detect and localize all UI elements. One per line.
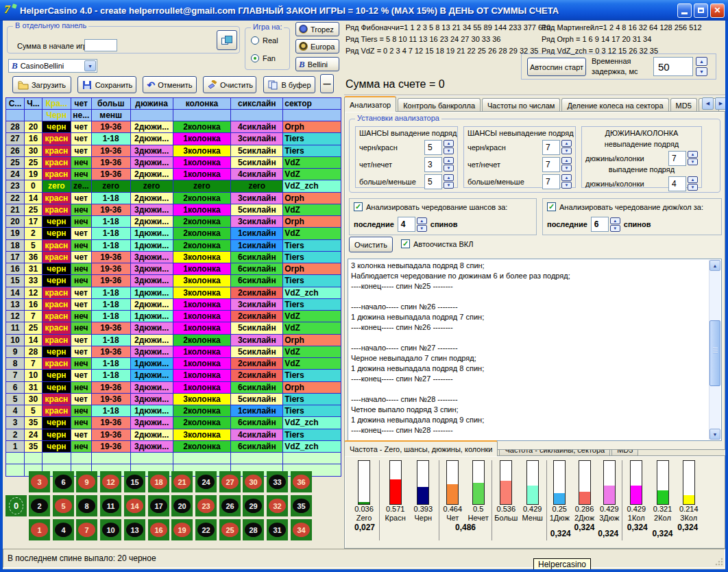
tab-analyzer-4[interactable]: MD5: [670, 98, 697, 112]
roulette-number-cell[interactable]: 23: [195, 495, 217, 516]
spinner-value[interactable]: 7: [542, 157, 560, 172]
roulette-number-cell[interactable]: 27: [219, 471, 241, 492]
roulette-number-cell[interactable]: 36: [291, 471, 312, 492]
maximize-button[interactable]: [694, 3, 708, 18]
tab-analyzer-0[interactable]: Анализатор: [344, 96, 396, 112]
roulette-number-cell[interactable]: 14: [124, 495, 145, 516]
roulette-number-cell[interactable]: 20: [171, 495, 193, 516]
close-button[interactable]: ✕: [710, 3, 725, 18]
casino-select[interactable]: B CasinoBellini ▼: [8, 59, 97, 73]
scroll-up-icon[interactable]: ▲: [709, 260, 720, 271]
detach-panel-button[interactable]: [217, 30, 237, 50]
save-button[interactable]: Сохранить: [77, 76, 136, 93]
roulette-number-cell[interactable]: 10: [100, 519, 121, 540]
spin-up-icon[interactable]: ▲: [561, 140, 572, 147]
title-bar[interactable]: 7 HelperCasino 4.0 - create helperroulle…: [0, 0, 728, 21]
spin-down-icon[interactable]: ▼: [561, 182, 572, 189]
roulette-number-cell[interactable]: 3: [29, 471, 50, 492]
tab-scroll-left-icon[interactable]: ◀: [702, 97, 714, 110]
alternation-dozens-checkbox[interactable]: ✓ Анализировать чередование дюж/кол за:: [547, 202, 703, 211]
roulette-number-cell[interactable]: 16: [148, 519, 169, 540]
spin-down-icon[interactable]: ▼: [444, 182, 454, 189]
alternation-chances-checkbox[interactable]: ✓ Анализировать чередование шансов за:: [354, 202, 507, 211]
spin-up-icon[interactable]: ▲: [444, 157, 454, 164]
roulette-number-cell[interactable]: 22: [195, 519, 217, 540]
autospin-start-button[interactable]: Автоспин старт: [527, 58, 586, 76]
casino-bellini-button[interactable]: B Bellini: [295, 57, 339, 71]
spin-down-icon[interactable]: ▼: [610, 225, 620, 232]
spinner-value[interactable]: 7: [542, 140, 560, 155]
roulette-number-cell[interactable]: 7: [76, 519, 97, 540]
roulette-number-cell[interactable]: 34: [291, 519, 312, 540]
roulette-number-cell[interactable]: 18: [148, 471, 169, 492]
spinner-value[interactable]: 5: [424, 140, 442, 155]
casino-tropez-button[interactable]: Tropez: [295, 22, 339, 36]
spin-down-icon[interactable]: ▼: [561, 147, 572, 154]
roulette-number-cell[interactable]: 1: [29, 519, 50, 540]
spinner-value[interactable]: 3: [424, 157, 442, 172]
spinner-value[interactable]: 5: [424, 174, 442, 189]
scrollbar-thumb[interactable]: [709, 320, 720, 386]
chevron-down-icon[interactable]: ▼: [84, 60, 96, 71]
radio-real[interactable]: Real: [251, 36, 278, 45]
analysis-log[interactable]: 3 колонка невыпадала подряд 8 спин; Набл…: [348, 259, 722, 441]
roulette-number-cell[interactable]: 35: [291, 495, 312, 516]
roulette-number-cell[interactable]: 28: [243, 519, 264, 540]
autoclean-checkbox[interactable]: ✓ Автоочистка ВКЛ: [401, 239, 473, 248]
roulette-zero-cell[interactable]: 0: [5, 495, 27, 516]
radio-fan[interactable]: Fan: [251, 54, 276, 62]
resize-grip[interactable]: [714, 557, 723, 566]
roulette-number-cell[interactable]: 29: [243, 495, 264, 516]
spin-up-icon[interactable]: ▲: [688, 176, 698, 183]
log-scrollbar[interactable]: ▲ ▼: [709, 260, 720, 440]
roulette-number-cell[interactable]: 2: [29, 495, 50, 516]
casino-europa-button[interactable]: Europa: [295, 39, 339, 53]
spin-down-icon[interactable]: ▼: [688, 184, 698, 191]
clear-table-button[interactable]: Очистить: [203, 76, 256, 93]
roulette-number-cell[interactable]: 24: [195, 471, 217, 492]
clear-log-button[interactable]: Очистить: [349, 237, 393, 252]
roulette-number-cell[interactable]: 26: [219, 495, 241, 516]
roulette-number-cell[interactable]: 31: [267, 519, 288, 540]
tab-scroll-right-icon[interactable]: ▶: [715, 97, 725, 110]
tab-analyzer-2[interactable]: Частоты по числам: [482, 98, 560, 112]
spin-up-icon[interactable]: ▲: [561, 174, 572, 181]
tab-analyzer-1[interactable]: Контроль банкролла: [398, 98, 481, 112]
roulette-number-cell[interactable]: 33: [267, 471, 288, 492]
load-button[interactable]: Загрузить: [12, 76, 71, 93]
roulette-number-cell[interactable]: 32: [267, 495, 288, 516]
spin-down-icon[interactable]: ▼: [561, 165, 572, 171]
roulette-number-cell[interactable]: 21: [171, 471, 193, 492]
roulette-number-cell[interactable]: 19: [171, 519, 193, 540]
spin-up-icon[interactable]: ▲: [610, 217, 620, 224]
dozens-spins-value[interactable]: 6: [591, 217, 609, 232]
spin-up-icon[interactable]: ▲: [688, 151, 698, 158]
collapse-panel-button[interactable]: —: [320, 74, 334, 93]
spinner-value[interactable]: 7: [542, 174, 560, 189]
roulette-number-cell[interactable]: 25: [219, 519, 241, 540]
spin-down-icon[interactable]: ▼: [444, 147, 454, 154]
spin-down-icon[interactable]: ▼: [688, 158, 698, 165]
roulette-number-cell[interactable]: 6: [53, 471, 74, 492]
copy-buffer-button[interactable]: В буфер: [263, 76, 315, 93]
roulette-number-cell[interactable]: 5: [53, 495, 74, 516]
tab-analyzer-3[interactable]: Деление колеса на сектора: [561, 98, 668, 112]
spin-down-icon[interactable]: ▼: [444, 165, 454, 171]
spin-up-icon[interactable]: ▲: [444, 140, 454, 147]
roulette-number-cell[interactable]: 11: [100, 495, 121, 516]
spin-up-icon[interactable]: ▲: [444, 174, 454, 181]
spin-up-icon[interactable]: ▲: [417, 217, 427, 224]
start-sum-input[interactable]: [84, 39, 117, 51]
roulette-number-cell[interactable]: 9: [76, 471, 97, 492]
spin-down-icon[interactable]: ▼: [417, 225, 427, 232]
dozen-hit-value[interactable]: 4: [668, 176, 686, 191]
undo-button[interactable]: ↶ Отменить: [143, 76, 197, 93]
roulette-number-cell[interactable]: 4: [53, 519, 74, 540]
roulette-number-cell[interactable]: 15: [124, 471, 145, 492]
roulette-number-cell[interactable]: 17: [148, 495, 169, 516]
chances-spins-value[interactable]: 4: [398, 217, 415, 232]
delay-input[interactable]: 50: [653, 57, 693, 76]
delay-down-button[interactable]: ▼: [696, 67, 707, 76]
spin-up-icon[interactable]: ▲: [561, 157, 572, 164]
roulette-number-cell[interactable]: 13: [124, 519, 145, 540]
